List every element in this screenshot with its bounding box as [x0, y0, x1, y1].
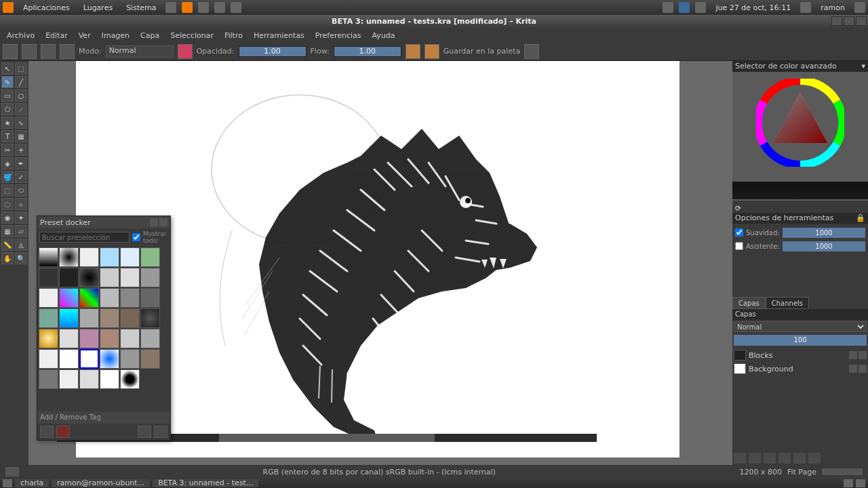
- preset-item[interactable]: [120, 369, 140, 389]
- menu-seleccionar[interactable]: Seleccionar: [166, 31, 218, 40]
- tray-icon-1[interactable]: [663, 2, 673, 13]
- select-path-tool[interactable]: ⟐: [15, 198, 27, 210]
- picker-tool[interactable]: ✓: [15, 171, 27, 183]
- suavidad-slider[interactable]: 1000: [783, 228, 865, 238]
- select-rect-tool[interactable]: ⬚: [1, 184, 14, 197]
- preset-item[interactable]: [59, 369, 79, 389]
- workspace-switcher-icon[interactable]: [844, 479, 853, 487]
- fill-tool[interactable]: 🪣: [1, 171, 14, 183]
- sys-clock[interactable]: jue 27 de oct, 16:11: [711, 3, 795, 12]
- trash-icon[interactable]: [856, 479, 865, 487]
- eraser-icon[interactable]: [178, 44, 193, 59]
- preset-item[interactable]: [120, 308, 140, 328]
- task-charla[interactable]: charla: [15, 479, 49, 487]
- preset-item[interactable]: [120, 247, 140, 267]
- flow-slider[interactable]: 1.00: [334, 46, 401, 57]
- measure-tool[interactable]: 📏: [1, 239, 14, 251]
- scrollbar-thumb[interactable]: [219, 434, 435, 442]
- panel-collapse-icon[interactable]: ▾: [861, 61, 865, 72]
- suavidad-checkbox[interactable]: [735, 228, 743, 237]
- preset-item[interactable]: [79, 369, 99, 389]
- preset-item[interactable]: [39, 369, 58, 389]
- sys-system[interactable]: Sistema: [122, 3, 160, 12]
- move-up-button[interactable]: [778, 453, 791, 464]
- ellipse-tool[interactable]: ○: [15, 89, 27, 102]
- preset-item[interactable]: [79, 329, 99, 348]
- preset-item[interactable]: [79, 288, 99, 308]
- workspace-icon[interactable]: [524, 44, 539, 59]
- preset-search-input[interactable]: [39, 232, 130, 243]
- grid-tool[interactable]: ▦: [1, 225, 14, 237]
- menu-filtro[interactable]: Filtro: [220, 31, 247, 40]
- deform-tool[interactable]: ◈: [1, 157, 14, 169]
- sys-places[interactable]: Lugares: [79, 3, 117, 12]
- preset-item[interactable]: [59, 268, 79, 287]
- preset-item[interactable]: [100, 268, 119, 287]
- preset-item[interactable]: [100, 349, 119, 369]
- polyline-tool[interactable]: ⟋: [15, 103, 27, 115]
- preset-item[interactable]: [59, 349, 79, 369]
- preset-item[interactable]: [39, 329, 58, 348]
- color-selector[interactable]: ⟳: [732, 72, 868, 201]
- tab-capas[interactable]: Capas: [732, 297, 766, 309]
- preset-save-button[interactable]: [40, 426, 54, 438]
- polygon-tool[interactable]: ⬠: [1, 103, 14, 115]
- preset-item[interactable]: [39, 288, 58, 308]
- pan-tool[interactable]: ✋: [1, 252, 14, 264]
- preset-item[interactable]: [79, 268, 99, 287]
- preset-item[interactable]: [100, 369, 119, 389]
- preset-expand-button[interactable]: [154, 426, 167, 438]
- preset-item[interactable]: [120, 268, 140, 287]
- show-all-checkbox[interactable]: [132, 232, 140, 243]
- user-icon[interactable]: [800, 2, 811, 13]
- preset-item[interactable]: [100, 329, 119, 348]
- minimize-button[interactable]: [831, 16, 842, 26]
- preset-item[interactable]: [140, 288, 160, 308]
- preset-item[interactable]: [39, 308, 58, 328]
- add-layer-button[interactable]: [734, 453, 746, 464]
- visibility-icon[interactable]: [849, 351, 857, 359]
- layer-blend-select[interactable]: Normal: [734, 321, 867, 332]
- preset-item[interactable]: [120, 288, 140, 308]
- preset-collapse-button[interactable]: [138, 426, 151, 438]
- preset-item[interactable]: [120, 349, 140, 369]
- preset-item[interactable]: [79, 308, 99, 328]
- preset-item[interactable]: [140, 329, 160, 348]
- preset-item[interactable]: [79, 349, 99, 369]
- app-icon-3[interactable]: [198, 2, 209, 13]
- mirror-v-icon[interactable]: [425, 44, 439, 59]
- ubuntu-logo-icon[interactable]: [3, 2, 14, 13]
- opacity-slider[interactable]: 1.00: [239, 46, 307, 57]
- preset-item[interactable]: [100, 247, 119, 267]
- menu-editar[interactable]: Editar: [41, 31, 72, 40]
- pattern-icon[interactable]: [22, 44, 37, 59]
- gradient-tool[interactable]: ▦: [15, 130, 27, 142]
- show-desktop-icon[interactable]: [3, 479, 12, 487]
- app-icon-2[interactable]: [182, 2, 193, 13]
- zoom-level[interactable]: Fit Page: [787, 468, 816, 476]
- preset-item[interactable]: [59, 329, 79, 348]
- preset-docker[interactable]: Preset docker Mostrar todo:: [37, 216, 171, 441]
- mirror-h-icon[interactable]: [406, 44, 420, 59]
- sys-user[interactable]: ramon: [816, 3, 849, 12]
- maximize-button[interactable]: [844, 16, 854, 26]
- preset-item[interactable]: [39, 268, 58, 287]
- tab-channels[interactable]: Channels: [766, 297, 809, 309]
- menu-herramientas[interactable]: Herramientas: [250, 31, 309, 40]
- select-similar-tool[interactable]: ◉: [1, 211, 14, 224]
- app-icon-1[interactable]: [165, 2, 176, 13]
- sys-apps[interactable]: Aplicaciones: [19, 3, 74, 12]
- preset-item[interactable]: [39, 349, 58, 369]
- preset-item[interactable]: [140, 268, 160, 287]
- lock-layer-icon[interactable]: [859, 351, 867, 359]
- zoom-tool[interactable]: 🔍: [15, 252, 27, 264]
- select-outline-tool[interactable]: ◌: [1, 198, 14, 210]
- lock-icon[interactable]: 🔒: [856, 214, 865, 222]
- docker-close-button[interactable]: [159, 218, 167, 226]
- menu-archivo[interactable]: Archivo: [3, 31, 39, 40]
- layer-item-blocks[interactable]: Blocks: [734, 348, 867, 362]
- task-terminal[interactable]: ramon@ramon-ubunt...: [52, 479, 150, 487]
- docker-float-button[interactable]: [150, 218, 158, 226]
- zoom-slider[interactable]: [822, 468, 863, 475]
- task-krita[interactable]: BETA 3: unnamed - test...: [153, 479, 258, 487]
